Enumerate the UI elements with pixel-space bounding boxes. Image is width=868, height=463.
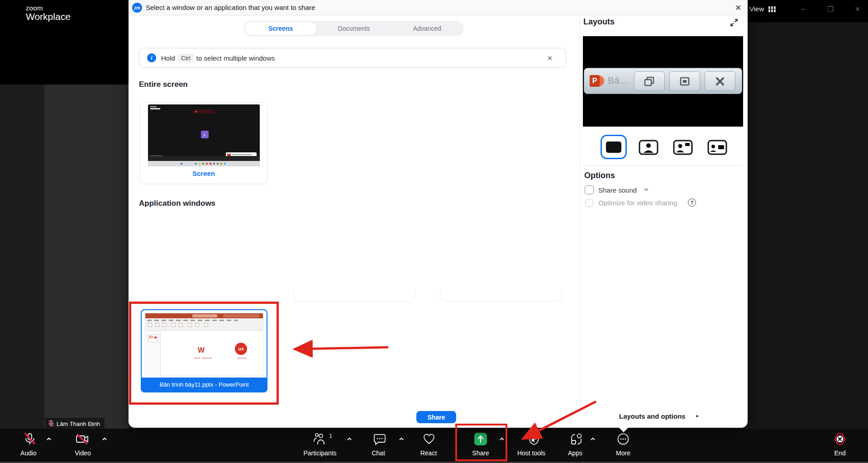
share-toolbar-button[interactable]: Share: [453, 429, 508, 463]
share-sound-checkbox[interactable]: [585, 185, 594, 194]
floating-window-title: Bả...: [608, 75, 627, 86]
slide-ux-subtext: [237, 358, 246, 359]
muted-mic-mini-icon: [48, 420, 54, 427]
optimize-video-checkbox[interactable]: [585, 199, 593, 207]
app-window-card-faded-2[interactable]: [440, 289, 562, 302]
panel-divider: [580, 16, 580, 407]
optimize-video-label: Optimize for video sharing: [598, 199, 677, 207]
share-sound-chevron-icon[interactable]: [644, 186, 649, 193]
close-windows-icon[interactable]: [705, 71, 735, 91]
layout-pip-option[interactable]: [672, 139, 693, 157]
more-label: More: [596, 449, 650, 457]
restore-windows-icon[interactable]: [634, 71, 665, 91]
info-icon: i: [147, 53, 156, 62]
video-button[interactable]: Video: [56, 429, 110, 463]
self-name-tag: Lâm Thanh Định: [45, 418, 105, 430]
meeting-toolbar: Audio Video 1 Participa: [0, 429, 868, 463]
thumb-logo-mark: [150, 106, 157, 107]
powerpoint-window-card[interactable]: W WIN GROUP UX Bản trình bày11.pptx - Po…: [141, 309, 267, 392]
react-label: React: [401, 449, 456, 457]
recording-badge: [193, 109, 215, 113]
layouts-popup-pointer: [619, 428, 628, 432]
share-sound-label[interactable]: Share sound: [598, 186, 637, 194]
chat-button[interactable]: Chat: [351, 429, 405, 463]
camera-off-icon: [75, 433, 90, 445]
layout-preview: P Bả...: [583, 36, 743, 127]
more-icon: [617, 433, 630, 445]
zoom-app-icon: zm: [132, 3, 142, 13]
screen-card[interactable]: L Screen: [140, 102, 267, 184]
banner-text-before: Hold: [161, 54, 175, 62]
layouts-options-caret-icon[interactable]: ▲: [695, 413, 699, 418]
ppt-ribbon: [145, 318, 263, 331]
tab-advanced[interactable]: Advanced: [391, 22, 463, 35]
powerpoint-thumbnail: W WIN GROUP UX: [145, 313, 263, 376]
restore-window-button[interactable]: ❐: [824, 4, 837, 14]
minimize-window-button[interactable]: –: [796, 4, 810, 14]
slide-logo-text: WIN GROUP: [195, 357, 212, 359]
apps-label: Apps: [548, 449, 602, 457]
end-label: End: [813, 449, 867, 457]
view-grid-icon[interactable]: [768, 6, 776, 12]
participants-button[interactable]: 1 Participants: [293, 429, 347, 463]
tab-documents[interactable]: Documents: [318, 22, 390, 35]
share-screen-icon: [474, 433, 487, 445]
layouts-heading: Layouts: [583, 17, 615, 27]
ppt-titlebar: [145, 313, 263, 318]
chat-icon: [373, 433, 386, 445]
ppt-slide-panel: [145, 331, 161, 376]
shield-icon: [528, 433, 540, 445]
right-background: [748, 22, 868, 429]
dialog-share-button[interactable]: Share: [416, 411, 456, 423]
powerpoint-card-label: Bản trình bày11.pptx - PowerPoint: [142, 378, 267, 392]
view-button[interactable]: View: [749, 5, 764, 13]
slide-logo-letter: W: [198, 346, 205, 354]
banner-text-after: to select multiple windows: [196, 54, 275, 62]
participant-avatar-tile: L: [201, 131, 209, 138]
tab-screens[interactable]: Screens: [245, 22, 316, 35]
workplace-logo-word: Workplace: [26, 11, 71, 22]
share-dialog: zm Select a window or an application tha…: [129, 0, 748, 428]
banner-close-icon[interactable]: ✕: [545, 53, 555, 63]
thumb-logo-mark-2: [150, 108, 160, 109]
left-background-strip: [0, 85, 44, 429]
audio-button[interactable]: Audio: [1, 429, 56, 463]
maximize-icon[interactable]: [669, 71, 700, 91]
screen-card-label: Screen: [140, 170, 267, 177]
layout-sidebyside-option[interactable]: [707, 139, 728, 157]
thumb-taskbar-strip: [148, 161, 260, 166]
left-background-strip-2: [44, 85, 129, 429]
app-window-card-faded[interactable]: [293, 289, 415, 302]
participants-icon: [313, 433, 326, 445]
thumb-toolbar-strip: [148, 156, 260, 161]
layout-speaker-option[interactable]: [638, 139, 659, 157]
chat-label: Chat: [351, 449, 405, 457]
expand-layouts-icon[interactable]: [730, 18, 739, 27]
react-button[interactable]: React: [401, 429, 456, 463]
zoom-logo-word: zoom: [26, 4, 43, 12]
multi-select-hint-banner: i Hold Ctrl to select multiple windows ✕: [139, 48, 566, 68]
heart-icon: [423, 433, 435, 445]
participants-count-badge: 1: [329, 432, 332, 439]
video-label: Video: [56, 449, 110, 457]
ppt-floating-titlebar: P Bả...: [584, 68, 742, 94]
end-button[interactable]: End: [813, 429, 867, 463]
dialog-close-icon[interactable]: ✕: [732, 2, 744, 13]
help-icon[interactable]: ?: [688, 198, 696, 207]
end-meeting-icon: [834, 433, 846, 445]
more-button[interactable]: More: [596, 429, 650, 463]
share-toolbar-label: Share: [453, 449, 508, 457]
layout-fullscreen-option-selected[interactable]: [601, 135, 627, 159]
audio-label: Audio: [1, 449, 56, 457]
layouts-and-options-button[interactable]: Layouts and options: [619, 412, 686, 420]
share-tabs: Screens Documents Advanced: [244, 21, 464, 36]
slide-ux-badge: UX: [235, 343, 247, 355]
powerpoint-icon: P: [590, 74, 604, 88]
ctrl-keycap: Ctrl: [178, 54, 194, 62]
close-window-button[interactable]: ✕: [851, 4, 864, 14]
self-name-text: Lâm Thanh Định: [57, 420, 100, 427]
dialog-title: Select a window or an application that y…: [146, 4, 315, 11]
options-divider: [583, 165, 743, 166]
application-windows-heading: Application windows: [139, 199, 215, 208]
apps-button[interactable]: Apps: [548, 429, 602, 463]
